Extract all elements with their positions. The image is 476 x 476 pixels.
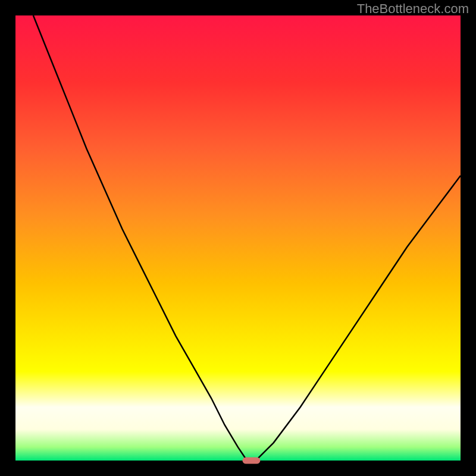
gradient-background (15, 15, 461, 461)
chart-svg (0, 0, 476, 476)
bottleneck-chart: TheBottleneck.com (0, 0, 476, 476)
watermark-text: TheBottleneck.com (357, 1, 469, 17)
optimal-marker (242, 457, 260, 464)
